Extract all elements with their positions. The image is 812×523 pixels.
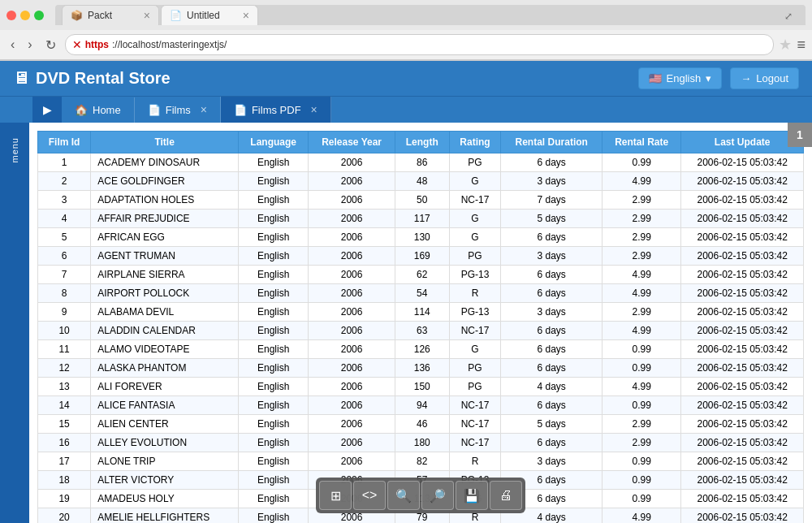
table-cell: 6 days: [501, 228, 603, 247]
table-cell: 0.99: [603, 396, 681, 415]
language-label: English: [667, 72, 702, 84]
forward-button[interactable]: ›: [24, 36, 36, 54]
bookmark-icon[interactable]: ★: [779, 36, 792, 54]
table-cell: 0.99: [603, 340, 681, 359]
table-cell: 126: [395, 340, 449, 359]
films-pdf-icon: 📄: [234, 104, 247, 116]
code-view-button[interactable]: <>: [353, 481, 386, 510]
table-cell: 6 days: [501, 284, 603, 303]
table-cell: 2006: [309, 210, 395, 228]
sidebar-menu-label[interactable]: menu: [6, 131, 23, 170]
table-cell: 3 days: [501, 172, 603, 191]
packt-tab-close[interactable]: ×: [144, 10, 150, 21]
table-cell: 4.99: [603, 266, 681, 284]
address-text: ://localhost/masteringextjs/: [112, 39, 227, 50]
maximize-button[interactable]: [34, 11, 44, 20]
table-cell: English: [239, 508, 309, 524]
table-cell: 150: [395, 378, 449, 396]
table-cell: 6: [38, 247, 91, 266]
table-cell: English: [239, 378, 309, 396]
table-cell: 18: [38, 471, 91, 490]
table-cell: 94: [395, 396, 449, 415]
logout-icon: →: [741, 72, 751, 84]
sidebar-toggle[interactable]: ▶: [32, 97, 62, 123]
films-tab-close[interactable]: ×: [201, 103, 207, 116]
table-row: 10ALADDIN CALENDAREnglish200663NC-176 da…: [38, 322, 804, 340]
browser-tab-packt[interactable]: 📦 Packt ×: [62, 5, 159, 25]
table-cell: 1: [38, 153, 91, 172]
table-cell: English: [239, 396, 309, 415]
traffic-lights: [6, 11, 44, 20]
col-film-id: Film Id: [38, 132, 91, 153]
untitled-tab-label: Untitled: [187, 10, 220, 21]
tab-home[interactable]: 🏠 Home: [62, 97, 135, 123]
tab-films-pdf[interactable]: 📄 Films PDF ×: [221, 97, 331, 123]
fit-page-button[interactable]: ⊞: [319, 481, 352, 510]
table-cell: 2006-02-15 05:03:42: [681, 452, 804, 471]
back-button[interactable]: ‹: [6, 36, 19, 54]
table-cell: PG: [449, 378, 501, 396]
table-cell: 6 days: [501, 340, 603, 359]
close-button[interactable]: [6, 11, 16, 20]
address-input[interactable]: ✕ https ://localhost/masteringextjs/: [65, 34, 775, 55]
app-title: 🖥 DVD Rental Store: [13, 69, 171, 88]
table-cell: English: [239, 359, 309, 378]
table-row: 11ALAMO VIDEOTAPEEnglish2006126G6 days0.…: [38, 340, 804, 359]
table-cell: 2006: [309, 266, 395, 284]
table-cell: AIRPORT POLLOCK: [91, 284, 239, 303]
table-cell: 6 days: [501, 359, 603, 378]
table-cell: 3: [38, 191, 91, 210]
table-cell: English: [239, 266, 309, 284]
table-cell: 3 days: [501, 247, 603, 266]
table-cell: 2006: [309, 228, 395, 247]
browser-tab-untitled[interactable]: 📄 Untitled ×: [161, 5, 258, 25]
reload-button[interactable]: ↻: [41, 36, 60, 54]
zoom-out-button[interactable]: 🔎: [421, 481, 454, 510]
col-release-year: Release Year: [309, 132, 395, 153]
films-pdf-tab-close[interactable]: ×: [311, 103, 317, 116]
table-cell: ALICE FANTASIA: [91, 396, 239, 415]
table-row: 16ALLEY EVOLUTIONEnglish2006180NC-176 da…: [38, 434, 804, 452]
table-cell: 2006-02-15 05:03:42: [681, 359, 804, 378]
untitled-tab-close[interactable]: ×: [243, 10, 249, 21]
table-cell: 2006: [309, 284, 395, 303]
content-wrapper: 1 Film Id Title Language Release Year Le…: [29, 123, 812, 523]
col-language: Language: [239, 132, 309, 153]
tab-home-label: Home: [93, 104, 121, 116]
table-row: 14ALICE FANTASIAEnglish200694NC-176 days…: [38, 396, 804, 415]
table-cell: 2006: [309, 434, 395, 452]
print-button[interactable]: 🖨: [490, 481, 522, 510]
col-rating: Rating: [449, 132, 501, 153]
table-cell: AGENT TRUMAN: [91, 247, 239, 266]
table-cell: 2006: [309, 359, 395, 378]
table-cell: 50: [395, 191, 449, 210]
films-table: Film Id Title Language Release Year Leng…: [37, 131, 804, 523]
table-cell: NC-17: [449, 415, 501, 434]
table-cell: AFFAIR PREJUDICE: [91, 210, 239, 228]
table-cell: 2006-02-15 05:03:42: [681, 322, 804, 340]
table-cell: 6 days: [501, 396, 603, 415]
table-cell: 2006: [309, 247, 395, 266]
logout-button[interactable]: → Logout: [730, 67, 799, 89]
table-cell: 169: [395, 247, 449, 266]
table-row: 13ALI FOREVEREnglish2006150PG4 days4.992…: [38, 378, 804, 396]
table-cell: 2006: [309, 303, 395, 322]
save-button[interactable]: 💾: [456, 481, 488, 510]
minimize-button[interactable]: [20, 11, 30, 20]
tab-films[interactable]: 📄 Films ×: [135, 97, 221, 123]
table-cell: English: [239, 247, 309, 266]
resize-icon[interactable]: ⤢: [778, 7, 799, 25]
table-cell: PG: [449, 153, 501, 172]
table-cell: 54: [395, 284, 449, 303]
table-cell: 2.99: [603, 247, 681, 266]
browser-menu-icon[interactable]: ≡: [797, 37, 806, 54]
language-button[interactable]: 🇺🇸 English ▾: [638, 67, 723, 89]
home-icon: 🏠: [75, 104, 88, 116]
table-cell: 2006-02-15 05:03:42: [681, 172, 804, 191]
zoom-in-button[interactable]: 🔍: [387, 481, 420, 510]
table-cell: 2006-02-15 05:03:42: [681, 247, 804, 266]
table-cell: G: [449, 228, 501, 247]
table-row: 9ALABAMA DEVILEnglish2006114PG-133 days2…: [38, 303, 804, 322]
table-cell: 14: [38, 396, 91, 415]
table-cell: G: [449, 210, 501, 228]
